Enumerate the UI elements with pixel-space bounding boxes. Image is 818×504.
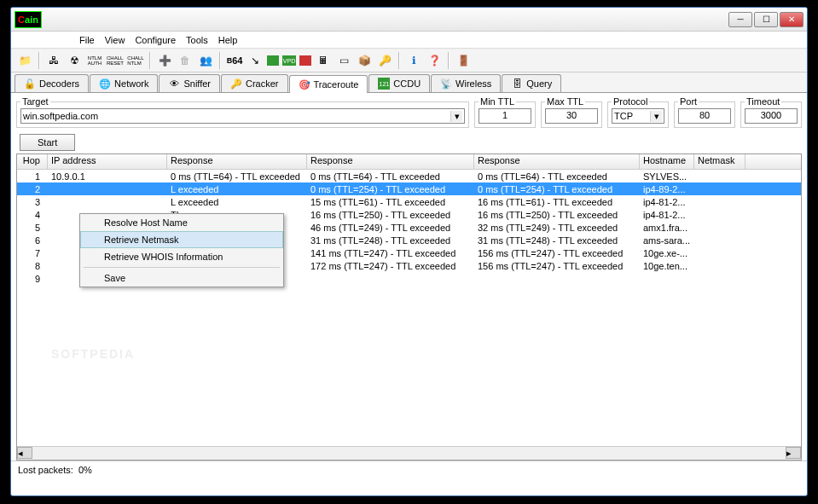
- red-chart-icon[interactable]: [299, 55, 311, 66]
- cell-response1: L exceeded: [167, 184, 307, 194]
- minttl-input[interactable]: 1: [479, 108, 531, 124]
- tab-traceroute[interactable]: 🎯Traceroute: [289, 75, 368, 93]
- cell-hop: 7: [17, 248, 48, 258]
- cell-hop: 8: [17, 261, 48, 271]
- col-hostname[interactable]: Hostname: [640, 154, 694, 169]
- scroll-right-icon[interactable]: ▸: [786, 447, 801, 459]
- cell-response2: 141 ms (TTL=247) - TTL exceeded: [307, 248, 474, 258]
- cell-hostname: 10ge.ten...: [640, 261, 694, 271]
- chall-reset-icon[interactable]: CHALLRESET: [107, 52, 124, 69]
- cell-hostname: ip4-89-2...: [640, 184, 694, 194]
- lost-packets-label: Lost packets:: [18, 465, 73, 475]
- window-icon[interactable]: ▭: [335, 52, 352, 69]
- col-hop[interactable]: Hop: [17, 154, 48, 169]
- cell-hostname: 10ge.xe-...: [640, 248, 694, 258]
- info-icon[interactable]: ℹ: [405, 52, 422, 69]
- ccdu-icon: 121: [378, 78, 390, 90]
- horizontal-scrollbar[interactable]: ◂ ▸: [17, 446, 801, 460]
- col-response3[interactable]: Response: [474, 154, 640, 169]
- radiation-icon[interactable]: ☢: [66, 52, 83, 69]
- green-box-icon[interactable]: [267, 55, 279, 66]
- protocol-label: Protocol: [612, 96, 649, 107]
- menubar: File View Configure Tools Help: [11, 32, 807, 49]
- hash-icon[interactable]: 🔑: [376, 52, 393, 69]
- tab-sniffer[interactable]: 👁Sniffer: [159, 74, 220, 92]
- menu-help[interactable]: Help: [218, 35, 238, 45]
- status-bar: Lost packets: 0%: [11, 461, 807, 478]
- cell-hop: 4: [17, 210, 48, 220]
- exit-icon[interactable]: 🚪: [455, 52, 472, 69]
- cell-response1: L exceeded: [167, 197, 307, 207]
- tab-wireless[interactable]: 📡Wireless: [431, 74, 501, 92]
- tab-ccdu[interactable]: 121CCDU: [368, 74, 430, 92]
- chall-ntlm-icon[interactable]: CHALLNTLM: [127, 52, 144, 69]
- dropdown-arrow-icon[interactable]: ▾: [450, 111, 462, 122]
- cell-response2: 172 ms (TTL=247) - TTL exceeded: [307, 261, 474, 271]
- watermark: SOFTPEDIA: [51, 347, 135, 361]
- calculator-icon[interactable]: 🖩: [315, 52, 332, 69]
- maximize-button[interactable]: ☐: [754, 12, 778, 27]
- menu-tools[interactable]: Tools: [186, 35, 208, 45]
- tab-cracker[interactable]: 🔑Cracker: [221, 74, 288, 92]
- main-window: Cain ─ ☐ ✕ File View Configure Tools Hel…: [10, 7, 808, 496]
- dropdown-arrow-icon[interactable]: ▾: [650, 111, 662, 122]
- timeout-label: Timeout: [745, 96, 781, 107]
- maxttl-input[interactable]: 30: [545, 108, 598, 124]
- grid-header: Hop IP address Response Response Respons…: [17, 154, 801, 170]
- cell-hostname: ip4-81-2...: [640, 210, 694, 220]
- params-row: Target win.softpedia.com▾ Min TTL 1 Max …: [11, 93, 807, 131]
- minimize-button[interactable]: ─: [728, 12, 752, 27]
- menu-configure[interactable]: Configure: [135, 35, 176, 45]
- table-row[interactable]: 3L exceeded15 ms (TTL=61) - TTL exceeded…: [17, 195, 801, 208]
- remove-icon[interactable]: 🗑: [177, 52, 194, 69]
- col-response1[interactable]: Response: [167, 154, 307, 169]
- target-fieldset: Target win.softpedia.com▾: [16, 96, 469, 128]
- ntlm-auth-icon[interactable]: NTLMAUTH: [86, 52, 103, 69]
- table-row[interactable]: 110.9.0.10 ms (TTL=64) - TTL exceeded0 m…: [17, 170, 801, 182]
- table-row[interactable]: 2L exceeded0 ms (TTL=254) - TTL exceeded…: [17, 182, 801, 195]
- cell-response2: 0 ms (TTL=64) - TTL exceeded: [307, 171, 474, 182]
- minttl-label: Min TTL: [479, 96, 516, 107]
- menu-retrieve-whois[interactable]: Retrieve WHOIS Information: [80, 248, 283, 265]
- menu-resolve-hostname[interactable]: Resolve Host Name: [80, 214, 283, 231]
- port-fieldset: Port 80: [674, 96, 735, 128]
- tab-bar: 🔓Decoders 🌐Network 👁Sniffer 🔑Cracker 🎯Tr…: [11, 72, 807, 93]
- menu-retrieve-netmask[interactable]: Retrieve Netmask: [80, 231, 283, 248]
- cell-ip: 10.9.0.1: [48, 171, 167, 182]
- col-response2[interactable]: Response: [307, 154, 474, 169]
- scroll-left-icon[interactable]: ◂: [17, 447, 32, 459]
- port-label: Port: [678, 96, 699, 107]
- tab-network[interactable]: 🌐Network: [90, 74, 158, 92]
- tab-decoders[interactable]: 🔓Decoders: [15, 74, 89, 92]
- port-input[interactable]: 80: [678, 108, 731, 124]
- menu-file[interactable]: File: [79, 35, 95, 45]
- promiscuous-icon[interactable]: 👥: [197, 52, 214, 69]
- close-button[interactable]: ✕: [780, 12, 803, 27]
- target-input[interactable]: win.softpedia.com▾: [20, 108, 465, 124]
- col-ip[interactable]: IP address: [48, 154, 167, 169]
- cell-response3: 16 ms (TTL=61) - TTL exceeded: [474, 197, 640, 207]
- timeout-input[interactable]: 3000: [745, 108, 798, 124]
- help-icon[interactable]: ❓: [426, 52, 443, 69]
- protocol-fieldset: Protocol TCP▾: [607, 96, 669, 128]
- box-icon[interactable]: 📦: [356, 52, 373, 69]
- toolbar: 📁 🖧 ☢ NTLMAUTH CHALLRESET CHALLNTLM ➕ 🗑 …: [11, 49, 807, 72]
- cell-response3: 156 ms (TTL=247) - TTL exceeded: [474, 248, 640, 258]
- col-netmask[interactable]: Netmask: [694, 154, 745, 169]
- timeout-fieldset: Timeout 3000: [740, 96, 802, 128]
- menu-view[interactable]: View: [105, 35, 125, 45]
- tab-query[interactable]: 🗄Query: [502, 74, 561, 92]
- add-icon[interactable]: ➕: [156, 52, 173, 69]
- cell-response3: 0 ms (TTL=254) - TTL exceeded: [474, 184, 640, 194]
- b64-icon[interactable]: B64: [226, 52, 243, 69]
- start-button[interactable]: Start: [20, 134, 75, 151]
- cell-response3: 16 ms (TTL=250) - TTL exceeded: [474, 210, 640, 220]
- menu-save[interactable]: Save: [80, 269, 283, 287]
- arp-icon[interactable]: ↘: [247, 52, 264, 69]
- titlebar: Cain ─ ☐ ✕: [11, 8, 807, 32]
- open-icon[interactable]: 📁: [16, 52, 33, 69]
- vpn-icon[interactable]: VPD: [282, 55, 296, 66]
- protocol-select[interactable]: TCP▾: [612, 108, 664, 124]
- app-logo: Cain: [15, 11, 42, 28]
- nic-icon[interactable]: 🖧: [45, 52, 62, 69]
